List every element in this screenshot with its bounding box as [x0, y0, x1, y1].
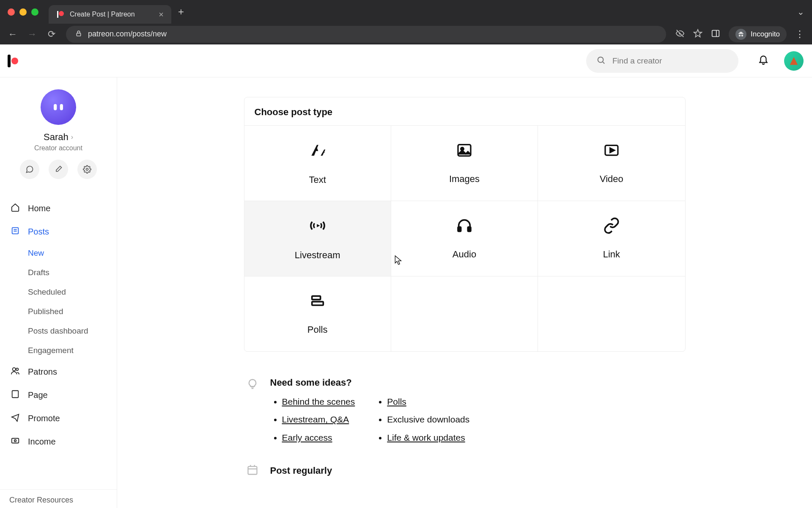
sidebar-footer-link[interactable]: Creator Resources [0, 489, 117, 508]
settings-button[interactable] [77, 160, 97, 179]
subnav-published[interactable]: Published [28, 302, 117, 321]
video-icon [603, 142, 620, 163]
sidebar-item-promote[interactable]: Promote [0, 407, 117, 430]
sidebar-item-patrons[interactable]: Patrons [0, 360, 117, 384]
income-icon [10, 436, 20, 447]
tile-label: Livestream [295, 250, 340, 261]
side-panel-icon[interactable] [711, 29, 720, 40]
minimize-window-button[interactable] [19, 8, 27, 16]
svg-point-13 [13, 368, 16, 371]
user-avatar[interactable] [784, 51, 804, 71]
subnav-dashboard[interactable]: Posts dashboard [28, 321, 117, 341]
toolbar-right: Incognito ⋮ [675, 26, 804, 42]
posts-icon [10, 226, 20, 237]
tile-label: Video [600, 174, 623, 185]
close-window-button[interactable] [8, 8, 15, 16]
sidebar-item-income[interactable]: Income [0, 430, 117, 453]
new-tab-button[interactable]: + [178, 6, 184, 18]
svg-rect-15 [12, 391, 19, 398]
home-icon [10, 203, 20, 214]
subnav-engagement[interactable]: Engagement [28, 341, 117, 360]
chevron-right-icon: › [71, 133, 73, 141]
incognito-indicator[interactable]: Incognito [729, 26, 787, 42]
tile-images[interactable]: Images [391, 125, 538, 201]
creator-avatar[interactable] [41, 89, 76, 125]
tile-polls[interactable]: Polls [244, 276, 391, 351]
browser-tab[interactable]: Create Post | Patreon × [49, 5, 171, 24]
tile-empty [538, 276, 685, 351]
sidebar-profile: Sarah › Creator account [0, 77, 117, 188]
reload-button[interactable]: ⟳ [47, 29, 57, 40]
polls-icon [309, 293, 326, 313]
patreon-logo[interactable] [8, 55, 18, 67]
search-icon [596, 55, 606, 66]
creator-subtitle: Creator account [34, 144, 82, 152]
subnav-drafts[interactable]: Drafts [28, 263, 117, 282]
idea-text-exclusive-downloads: Exclusive downloads [387, 414, 469, 424]
page-icon [10, 389, 20, 401]
tile-label: Polls [307, 324, 328, 335]
forward-button[interactable]: → [27, 29, 37, 40]
post-type-card: Choose post type Text Images [244, 97, 686, 352]
sidebar: Sarah › Creator account [0, 77, 117, 508]
sidebar-item-label: Promote [28, 414, 60, 423]
tile-audio[interactable]: Audio [391, 201, 538, 276]
svg-rect-22 [468, 227, 471, 231]
subnav-scheduled[interactable]: Scheduled [28, 282, 117, 302]
svg-rect-3 [712, 30, 719, 36]
sidebar-item-label: Income [28, 437, 56, 447]
idea-link-polls[interactable]: Polls [387, 397, 406, 406]
search-input[interactable] [612, 56, 728, 66]
sidebar-item-label: Patrons [28, 367, 57, 377]
address-bar: ← → ⟳ patreon.com/posts/new Incogni [0, 24, 812, 44]
idea-link-early-access[interactable]: Early access [282, 433, 332, 442]
text-icon [308, 141, 327, 163]
svg-point-0 [59, 11, 64, 16]
back-button[interactable]: ← [8, 29, 18, 40]
sidebar-item-page[interactable]: Page [0, 384, 117, 407]
ideas-col-2: Polls Exclusive downloads Life & work up… [375, 396, 469, 450]
tabs-overflow-button[interactable]: ⌄ [797, 7, 804, 17]
svg-rect-1 [57, 11, 58, 18]
maximize-window-button[interactable] [31, 8, 38, 16]
notifications-button[interactable] [758, 54, 769, 68]
subnav-new[interactable]: New [28, 243, 117, 263]
edit-button[interactable] [49, 160, 68, 179]
idea-link-life-work-updates[interactable]: Life & work updates [387, 433, 465, 442]
svg-line-6 [603, 62, 604, 64]
tile-video[interactable]: Video [538, 125, 685, 201]
svg-rect-21 [458, 227, 461, 231]
audio-icon [456, 217, 473, 238]
idea-link-livestream-qa[interactable]: Livestream, Q&A [282, 414, 349, 424]
chat-button[interactable] [20, 160, 39, 179]
svg-rect-16 [12, 439, 19, 443]
tile-label: Images [449, 174, 480, 185]
svg-rect-23 [312, 296, 320, 299]
creator-name-row[interactable]: Sarah › [44, 132, 73, 143]
patreon-favicon-icon [56, 10, 65, 19]
tile-link[interactable]: Link [538, 201, 685, 276]
lock-icon [75, 30, 82, 39]
svg-point-5 [598, 57, 604, 62]
sidebar-item-label: Home [28, 204, 50, 213]
idea-link-behind-the-scenes[interactable]: Behind the scenes [282, 397, 355, 406]
bookmark-icon[interactable] [693, 29, 702, 40]
sidebar-item-home[interactable]: Home [0, 197, 117, 220]
tab-close-button[interactable]: × [159, 10, 164, 19]
calendar-icon [247, 464, 258, 478]
url-field[interactable]: patreon.com/posts/new [66, 26, 666, 43]
sidebar-item-posts[interactable]: Posts [0, 220, 117, 243]
main-content: Choose post type Text Images [117, 77, 812, 508]
sidebar-item-label: Posts [28, 227, 49, 237]
sidebar-nav: Home Posts New Drafts Scheduled Publishe… [0, 197, 117, 453]
tile-livestream[interactable]: Livestream [244, 201, 391, 276]
tile-text[interactable]: Text [244, 125, 391, 201]
search-box[interactable] [586, 49, 738, 73]
ideas-section: Need some ideas? Behind the scenes Lives… [244, 377, 686, 450]
link-icon [603, 217, 620, 238]
app-header [0, 44, 812, 77]
browser-menu-button[interactable]: ⋮ [795, 29, 804, 40]
hide-extensions-icon[interactable] [675, 29, 685, 40]
url-text: patreon.com/posts/new [88, 30, 167, 39]
app: Sarah › Creator account [0, 44, 812, 508]
